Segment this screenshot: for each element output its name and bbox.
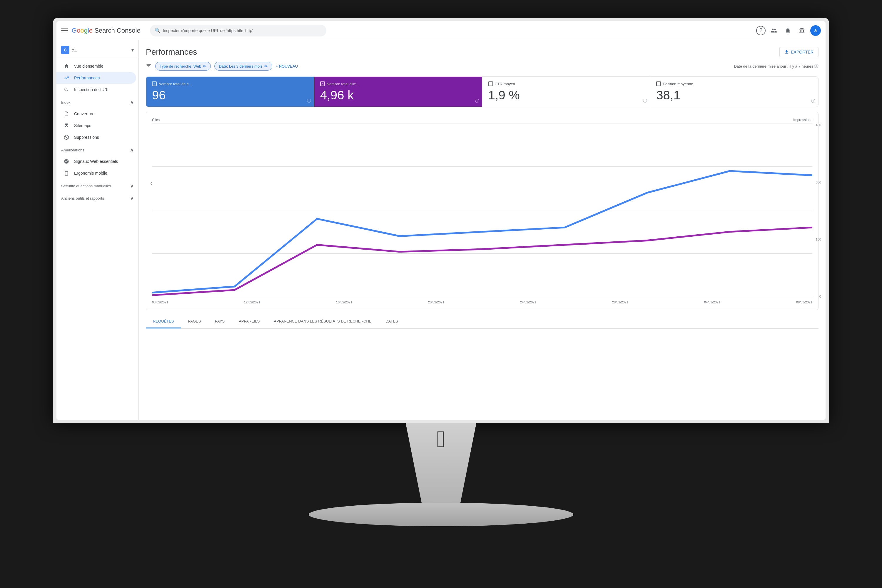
gsc-app: Google Search Console 🔍 Inspecter n'impo… [57,21,825,420]
search-bar[interactable]: 🔍 Inspecter n'importe quelle URL de 'htt… [150,25,326,36]
impressions-info-icon[interactable]: ⓘ [475,99,479,104]
main-panel: Performances EXPORTER [139,40,825,420]
property-dropdown-icon[interactable]: ▾ [131,47,134,53]
sidebar-label-performances: Performances [74,75,100,80]
sidebar-item-couverture[interactable]: Couverture [57,108,136,120]
sidebar-item-suppressions[interactable]: Suppressions [57,131,136,143]
mac-monitor: Google Search Console 🔍 Inspecter n'impo… [53,18,829,588]
clics-checkbox[interactable]: ✓ [152,81,157,86]
edit-type-icon: ✏ [203,64,206,69]
svg-line-1 [65,136,68,139]
property-icon: C [61,46,69,54]
main-content: C c... ▾ Vue d'ensemble [57,40,825,420]
sidebar-label-signaux: Signaux Web essentiels [74,159,118,164]
apps-button[interactable] [796,25,808,36]
signaux-icon [63,159,69,164]
monitor-screen: Google Search Console 🔍 Inspecter n'impo… [53,18,829,423]
chart-y-left-label: Clics [152,118,160,122]
securite-section-title: Sécurité et actions manuelles [61,184,111,188]
metric-impressions[interactable]: ✓ Nombre total d'im... 4,96 k ⓘ [314,77,483,107]
chart-container: Clics Impressions [146,112,819,310]
sidebar-item-performances[interactable]: Performances [57,72,136,84]
add-filter-button[interactable]: + NOUVEAU [276,64,298,69]
tab-apparence[interactable]: APPARENCE DANS LES RÉSULTATS DE RECHERCH… [267,315,378,328]
impressions-value: 4,96 k [320,88,476,102]
tab-pages[interactable]: PAGES [181,315,208,328]
ctr-value: 1,9 % [488,88,645,102]
filter-icon [146,63,152,70]
property-selector[interactable]: C c... ▾ [57,42,138,58]
tabs-bar: REQUÊTES PAGES PAYS APPAREILS [146,315,819,329]
ameliorations-toggle-icon[interactable]: ∧ [130,147,134,153]
chart-svg [152,123,812,297]
x-axis-labels: 08/02/2021 12/02/2021 16/02/2021 20/02/2… [152,300,812,304]
index-section-title: Index [61,100,70,105]
page-title: Performances [146,47,197,57]
impressions-line [152,171,812,293]
page-header: Performances EXPORTER [146,47,819,57]
metric-position[interactable]: Position moyenne 38,1 ⓘ [650,77,818,107]
property-name: c... [72,48,129,52]
securite-toggle-icon[interactable]: ∨ [130,183,134,189]
export-button[interactable]: EXPORTER [779,47,819,57]
chart-y-right-label: Impressions [793,118,812,122]
sidebar-item-sitemaps[interactable]: Sitemaps [57,120,136,131]
last-update: Date de la dernière mise à jour : il y a… [734,63,819,69]
avatar-button[interactable]: a [810,25,821,36]
tab-appareils[interactable]: APPAREILS [232,315,267,328]
anciens-toggle-icon[interactable]: ∨ [130,195,134,201]
securite-section-header[interactable]: Sécurité et actions manuelles ∨ [57,180,138,191]
ctr-checkbox[interactable] [488,81,493,86]
brand-name: Google Search Console [72,27,141,34]
index-toggle-icon[interactable]: ∧ [130,99,134,105]
tab-pays[interactable]: PAYS [208,315,232,328]
ameliorations-section-header: Améliorations ∧ [57,144,138,156]
sidebar-label-suppressions: Suppressions [74,135,99,140]
metric-clics[interactable]: ✓ Nombre total de c... 96 ⓘ [146,77,314,107]
brand-logo: Google Search Console [72,27,141,34]
clics-label: Nombre total de c... [159,82,192,86]
x-label-2: 16/02/2021 [336,300,352,304]
y-axis-right: 450 300 150 0 [816,123,821,298]
sidebar-label-inspection: Inspection de l'URL [74,87,110,92]
sidebar-item-ergonomie[interactable]: Ergonomie mobile [57,167,136,179]
notifications-button[interactable] [782,25,794,36]
metrics-row: ✓ Nombre total de c... 96 ⓘ [146,76,819,107]
x-label-1: 12/02/2021 [244,300,260,304]
ctr-info-icon[interactable]: ⓘ [643,99,647,104]
accounts-button[interactable] [768,25,780,36]
edit-date-icon: ✏ [264,64,268,69]
search-placeholder: Inspecter n'importe quelle URL de 'https… [163,28,322,33]
ameliorations-section-title: Améliorations [61,148,84,152]
sidebar-item-inspection-url[interactable]: Inspection de l'URL [57,84,136,96]
info-icon: ⓘ [814,63,819,69]
metric-ctr[interactable]: CTR moyen 1,9 % ⓘ [483,77,651,107]
monitor-stand-base [309,503,573,526]
sidebar-item-signaux[interactable]: Signaux Web essentiels [57,156,136,167]
impressions-label: Nombre total d'im... [327,82,360,86]
sitemaps-icon [63,123,69,129]
sidebar-label-couverture: Couverture [74,111,94,116]
apple-logo:  [436,426,445,453]
position-checkbox[interactable] [656,81,661,86]
clics-line [152,228,812,296]
ctr-label: CTR moyen [495,82,515,86]
menu-button[interactable] [61,28,68,33]
x-label-4: 24/02/2021 [520,300,536,304]
x-label-0: 08/02/2021 [152,300,168,304]
sidebar: C c... ▾ Vue d'ensemble [57,40,139,420]
date-filter[interactable]: Date: Les 3 derniers mois ✏ [214,62,272,70]
inspection-icon [63,87,69,93]
x-label-7: 08/03/2021 [796,300,812,304]
position-info-icon[interactable]: ⓘ [811,99,815,104]
anciens-section-header[interactable]: Anciens outils et rapports ∨ [57,193,138,204]
help-button[interactable]: ? [756,26,766,35]
type-recherche-filter[interactable]: Type de recherche: Web ✏ [155,62,211,70]
tab-requetes[interactable]: REQUÊTES [146,315,181,328]
tab-dates[interactable]: DATES [378,315,405,328]
sidebar-item-vue-ensemble[interactable]: Vue d'ensemble [57,60,136,72]
clics-info-icon[interactable]: ⓘ [307,99,311,104]
sidebar-label-ergonomie: Ergonomie mobile [74,171,107,176]
x-label-5: 28/02/2021 [612,300,628,304]
impressions-checkbox[interactable]: ✓ [320,81,325,86]
